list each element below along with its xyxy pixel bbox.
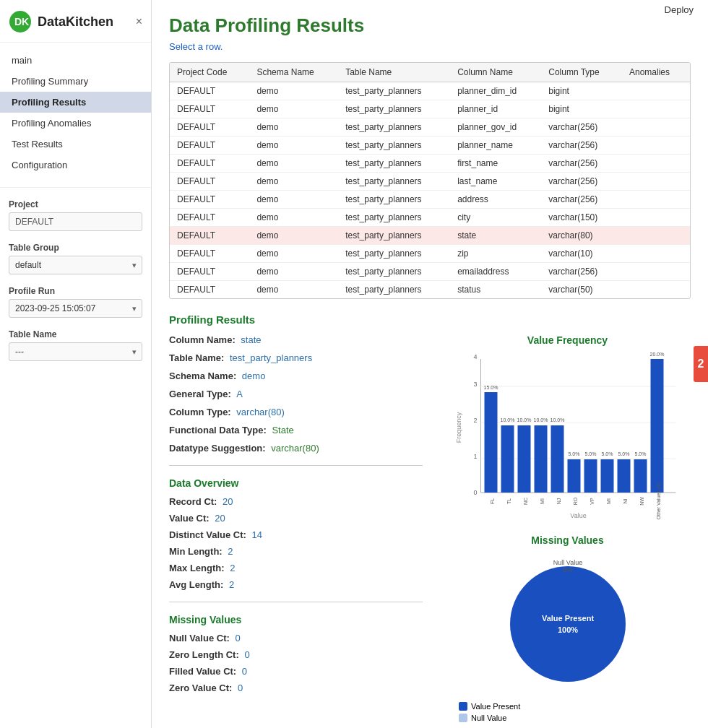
table-cell-column_type: varchar(256) [541, 155, 622, 173]
table-body: DEFAULTdemotest_party_plannersplanner_di… [170, 82, 690, 299]
bar-NW [634, 459, 647, 493]
overview-divider [169, 465, 423, 466]
data-table-wrap: Project Code Schema Name Table Name Colu… [169, 62, 691, 299]
table-cell-table_name: test_party_planners [338, 100, 450, 118]
svg-text:TL: TL [506, 498, 511, 504]
table-row[interactable]: DEFAULTdemotest_party_plannerszipvarchar… [170, 245, 690, 263]
table-row[interactable]: DEFAULTdemotest_party_plannerslast_namev… [170, 173, 690, 191]
missing-values-row: Filled Value Ct: 0 [169, 666, 423, 677]
sidebar-item-profiling-summary[interactable]: Profiling Summary [0, 71, 151, 92]
sidebar-item-test-results[interactable]: Test Results [0, 134, 151, 155]
sidebar-item-main[interactable]: main [0, 50, 151, 71]
column-name-label: Column Name: [169, 334, 236, 345]
table-row[interactable]: DEFAULTdemotest_party_plannersstatevarch… [170, 227, 690, 245]
value-frequency-chart: 0 1 2 3 4 Frequency Value 15.0% FL [444, 352, 691, 525]
profile-left-col: Column Name: state Table Name: test_part… [169, 334, 423, 722]
table-cell-column_type: varchar(256) [541, 173, 622, 191]
table-row[interactable]: DEFAULTdemotest_party_plannersstatusvarc… [170, 281, 690, 299]
sidebar-item-profiling-results[interactable]: Profiling Results [0, 92, 151, 113]
select-row-hint[interactable]: Select a row. [169, 41, 691, 52]
svg-text:FL: FL [490, 498, 495, 504]
table-row[interactable]: DEFAULTdemotest_party_plannersfirst_name… [170, 155, 690, 173]
profile-run-select-wrap: 2023-09-25 15:05:07 ▾ [9, 299, 142, 318]
table-cell-table_name: test_party_planners [338, 281, 450, 299]
table-row[interactable]: DEFAULTdemotest_party_plannersemailaddre… [170, 263, 690, 281]
svg-text:MI: MI [540, 498, 545, 504]
bar-FL [485, 392, 498, 493]
table-cell-table_name: test_party_planners [338, 245, 450, 263]
col-schema-name: Schema Name [249, 63, 338, 82]
svg-text:4: 4 [473, 353, 477, 360]
field-table-name: Table Name: test_party_planners [169, 352, 423, 363]
table-cell-schema_name: demo [249, 136, 338, 155]
table-cell-anomalies [622, 281, 690, 299]
svg-text:0: 0 [473, 489, 477, 496]
table-cell-column_type: varchar(50) [541, 281, 622, 299]
sidebar-item-configuration[interactable]: Configuration [0, 155, 151, 176]
table-header: Project Code Schema Name Table Name Colu… [170, 63, 690, 82]
table-cell-schema_name: demo [249, 100, 338, 118]
column-type-value: varchar(80) [236, 407, 284, 417]
close-button[interactable]: × [136, 15, 142, 28]
pie-chart-section: Missing Values Value Present 100% Null V… [444, 534, 691, 722]
table-cell-schema_name: demo [249, 118, 338, 136]
bar-RO [568, 459, 581, 493]
svg-text:5.0%: 5.0% [569, 451, 580, 456]
table-cell-anomalies [622, 100, 690, 118]
missing-values-row: Zero Value Ct: 0 [169, 682, 423, 693]
data-overview-row: Max Length: 2 [169, 563, 423, 573]
legend-label-null-value: Null Value [471, 714, 506, 722]
table-cell-anomalies [622, 227, 690, 245]
data-overview-row: Record Ct: 20 [169, 496, 423, 507]
table-cell-anomalies [622, 191, 690, 209]
table-row[interactable]: DEFAULTdemotest_party_plannersplanner_go… [170, 118, 690, 136]
pie-legend: Value Present Null Value [459, 702, 691, 722]
table-row[interactable]: DEFAULTdemotest_party_plannersplanner_id… [170, 100, 690, 118]
table-cell-schema_name: demo [249, 173, 338, 191]
table-group-select[interactable]: default [9, 256, 142, 274]
right-tab[interactable]: 2 [694, 346, 708, 382]
table-name-select[interactable]: --- [9, 342, 142, 361]
col-column-type: Column Type [541, 63, 622, 82]
svg-text:NJ: NJ [556, 498, 561, 505]
table-cell-project_code: DEFAULT [170, 281, 249, 299]
legend-dot-null-value [459, 714, 467, 722]
table-cell-anomalies [622, 155, 690, 173]
bar-NC [518, 425, 531, 493]
data-overview-row: Value Ct: 20 [169, 513, 423, 524]
functional-data-type-label: Functional Data Type: [169, 425, 267, 436]
project-input[interactable] [9, 212, 142, 231]
table-row[interactable]: DEFAULTdemotest_party_plannersplanner_di… [170, 82, 690, 100]
table-row[interactable]: DEFAULTdemotest_party_plannersaddressvar… [170, 191, 690, 209]
table-row[interactable]: DEFAULTdemotest_party_plannerscityvarcha… [170, 209, 690, 227]
table-cell-project_code: DEFAULT [170, 263, 249, 281]
table-cell-column_type: varchar(150) [541, 209, 622, 227]
table-name-label: Table Name [9, 329, 142, 339]
table-cell-table_name: test_party_planners [338, 227, 450, 245]
legend-label-value-present: Value Present [471, 702, 520, 711]
table-cell-column_name: planner_dim_id [450, 82, 541, 100]
table-cell-column_name: planner_gov_id [450, 118, 541, 136]
sidebar-item-profiling-anomalies[interactable]: Profiling Anomalies [0, 113, 151, 134]
data-overview-row: Distinct Value Ct: 14 [169, 529, 423, 540]
datatype-suggestion-value: varchar(80) [271, 443, 319, 454]
profile-run-select[interactable]: 2023-09-25 15:05:07 [9, 299, 142, 318]
table-group-section: Table Group default ▾ [0, 235, 151, 279]
table-cell-schema_name: demo [249, 263, 338, 281]
deploy-button[interactable]: Deploy [665, 4, 694, 15]
table-cell-column_name: city [450, 209, 541, 227]
svg-text:10.0%: 10.0% [501, 417, 515, 422]
profile-run-label: Profile Run [9, 286, 142, 296]
table-cell-column_name: zip [450, 245, 541, 263]
app-title: DataKitchen [38, 14, 113, 30]
table-cell-anomalies [622, 245, 690, 263]
table-cell-project_code: DEFAULT [170, 227, 249, 245]
field-column-name: Column Name: state [169, 334, 423, 345]
svg-text:Other Values (4): Other Values (4) [656, 483, 662, 520]
table-row[interactable]: DEFAULTdemotest_party_plannersplanner_na… [170, 136, 690, 155]
table-cell-schema_name: demo [249, 155, 338, 173]
project-section: Project [0, 192, 151, 235]
svg-text:5.0%: 5.0% [618, 451, 630, 456]
missing-values-row: Null Value Ct: 0 [169, 633, 423, 644]
table-cell-column_name: planner_id [450, 100, 541, 118]
